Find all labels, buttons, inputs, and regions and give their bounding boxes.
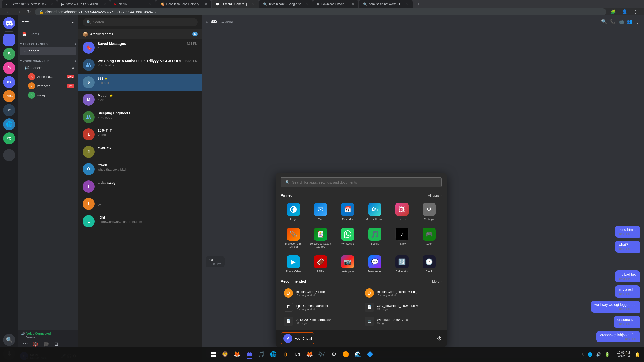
search-chat-icon[interactable]: 🔍: [601, 19, 607, 24]
taskbar-start-button[interactable]: [208, 349, 219, 360]
more-link[interactable]: More ›: [432, 280, 442, 283]
menu-button[interactable]: ⋮: [631, 8, 640, 16]
guild-rnmo[interactable]: rNMo: [3, 90, 15, 102]
user-profile-start[interactable]: V Veer Chetal: [281, 332, 314, 344]
tab-close-doordash[interactable]: ✕: [205, 2, 207, 6]
tab-discord[interactable]: 💬 Discord | General | ... ✕: [212, 0, 259, 8]
taskbar-discord[interactable]: [244, 349, 255, 360]
tab-steve[interactable]: ▶ SteveWillDolt's 5 Million ... ✕: [57, 0, 110, 8]
tray-network-icon[interactable]: 🌐: [587, 351, 594, 358]
voice-member-versaceg[interactable]: V versaceg... LIVE: [20, 81, 76, 90]
taskbar-metamask[interactable]: 🦊: [304, 349, 315, 360]
refresh-button[interactable]: ↻: [25, 8, 33, 16]
taskbar-edge[interactable]: 🌊: [352, 349, 364, 360]
members-icon[interactable]: 👥: [627, 19, 632, 24]
voice-member-anne[interactable]: A Anne Ha... LIVE: [20, 72, 76, 81]
taskbar-chrome[interactable]: 🌐: [268, 349, 279, 360]
address-bar[interactable]: 🔒 discord.com/channels/12730944262263275…: [35, 8, 606, 15]
rec-bitcoin-64[interactable]: ₿ Bitcoin Core (64-bit) Recently added: [281, 286, 361, 300]
extensions-button[interactable]: 🧩: [608, 8, 618, 16]
taskbar-waterfox[interactable]: 🦊: [232, 349, 243, 360]
guild-hash[interactable]: #C: [3, 132, 15, 144]
tab-close-discord[interactable]: ✕: [252, 2, 255, 6]
profile-button[interactable]: 👤: [620, 8, 629, 16]
notifications-icon[interactable]: 🔔: [634, 351, 641, 358]
chat-item-sleeping[interactable]: Sleeping Engineers ~_~: oops: [78, 108, 202, 126]
rec-epic[interactable]: E Epic Games Launcher Recently added: [281, 301, 361, 314]
all-apps-link[interactable]: All apps ›: [428, 194, 442, 197]
chat-item-sss[interactable]: $ $$$ ★ and shit: [78, 74, 202, 91]
guild-world[interactable]: 🌐: [3, 118, 15, 130]
tab-doordash[interactable]: 🍕 DoorDash Food Delivery ... ✕: [156, 0, 211, 8]
add-channel-button[interactable]: +: [75, 43, 76, 46]
tray-expand-icon[interactable]: ∧: [580, 351, 585, 358]
power-button[interactable]: ⏻: [437, 336, 442, 341]
pinned-app-whatsapp[interactable]: WhatsApp: [335, 225, 360, 251]
chat-item-saved[interactable]: 🔖 Saved Messages 4:31 PM a: [78, 39, 202, 56]
chat-item-meech[interactable]: M Meech ★ fuck u: [78, 91, 202, 108]
pinned-app-espn[interactable]: 🏈 ESPN: [308, 253, 333, 275]
add-voice-channel-button[interactable]: +: [75, 60, 76, 63]
pinned-app-tiktok[interactable]: ♪ TikTok: [389, 225, 415, 251]
voice-settings-icon[interactable]: ⚙: [72, 66, 74, 70]
taskbar-orange[interactable]: 🟠: [340, 349, 351, 360]
taskbar-app2[interactable]: 🔷: [365, 349, 376, 360]
chat-item-15[interactable]: 1 15% T_T Video: [78, 126, 202, 143]
voice-channels-category[interactable]: ▾ VOICE CHANNELS +: [18, 55, 78, 64]
taskbar-brave[interactable]: 🦁: [220, 349, 231, 360]
pinned-app-photos[interactable]: 🖼 Photos: [389, 200, 415, 223]
pinned-app-calendar[interactable]: 📅 Calendar: [335, 200, 360, 223]
pinned-app-edge[interactable]: Edge: [281, 200, 306, 223]
rec-vmx[interactable]: 💻 Windows 10 x64.vmx 1h ago: [362, 315, 442, 328]
taskbar-music[interactable]: 🎶: [316, 349, 327, 360]
forward-button[interactable]: →: [15, 8, 23, 16]
discover-servers-button[interactable]: 🔍: [3, 334, 15, 346]
pinned-app-prime[interactable]: ▶ Prime Video: [281, 253, 306, 275]
channel-general[interactable]: # general: [20, 47, 76, 55]
taskbar-spotify[interactable]: 🎵: [256, 349, 267, 360]
taskbar-clock[interactable]: 10:09 PM 10/24/2024: [615, 351, 630, 358]
taskbar-settings[interactable]: ⚙: [328, 349, 339, 360]
pinned-app-xbox[interactable]: 🎮 Xbox: [417, 225, 442, 251]
pinned-app-calculator[interactable]: 🔢 Calculator: [389, 253, 415, 275]
pinned-app-clock[interactable]: 🕐 Clock: [417, 253, 442, 275]
tab-close-steve[interactable]: ✕: [103, 2, 106, 6]
telegram-search[interactable]: 🔍 Search: [83, 18, 198, 26]
rec-csv-dl[interactable]: 📄 CSV_download_190624.csv 13m ago: [362, 301, 442, 314]
tab-close-sam[interactable]: ✕: [406, 2, 409, 6]
more-icon[interactable]: ⋮: [635, 19, 640, 24]
pinned-app-mail[interactable]: ✉ Mail: [308, 200, 333, 223]
chat-item-group[interactable]: We Going For A Mutha Fukin Trillyyy NIGG…: [78, 56, 202, 74]
guild-0s[interactable]: 0s: [3, 76, 15, 88]
pinned-app-m365[interactable]: 📎 Microsoft 365 (Office): [281, 225, 306, 251]
pinned-app-instagram[interactable]: 📷 Instagram: [335, 253, 360, 275]
events-item[interactable]: 📅 Events: [18, 30, 78, 38]
pinned-app-store[interactable]: 🛍 Microsoft Store: [362, 200, 387, 223]
tab-netflix[interactable]: N Netflix ✕: [110, 0, 156, 8]
call-icon[interactable]: 📞: [610, 19, 615, 24]
tab-close-ferrari[interactable]: ✕: [50, 2, 53, 6]
tab-bitcoin-dl[interactable]: ₿ Download Bitcoin ... ✕: [313, 0, 358, 8]
rec-bitcoin-testnet[interactable]: ₿ Bitcoin Core (testnet, 64-bit) Recentl…: [362, 286, 442, 300]
video-icon[interactable]: 📹: [618, 19, 624, 24]
chat-item-light[interactable]: L light andrew.brown@btinternet.com: [78, 213, 202, 230]
tray-volume-icon[interactable]: 🔊: [595, 351, 602, 358]
guild-fs[interactable]: fs: [3, 62, 15, 74]
guild-ks[interactable]: [3, 34, 15, 46]
guild-crc[interactable]: #C: [3, 104, 15, 116]
voice-member-swag[interactable]: S swag: [20, 91, 76, 100]
text-channels-category[interactable]: ▾ TEXT CHANNELS +: [18, 38, 78, 47]
tab-close-bitcoin-search[interactable]: ✕: [306, 2, 309, 6]
pinned-app-solitaire[interactable]: 🃏 Solitaire & Casual Games: [308, 225, 333, 251]
rec-csv-users[interactable]: 📄 2013-2015 cb users.csv 38m ago: [281, 315, 361, 328]
chat-item-crc[interactable]: # #C#R#C: [78, 143, 202, 161]
add-server-button[interactable]: +: [3, 149, 15, 161]
pinned-app-spotify[interactable]: 🎵 Spotify: [362, 225, 387, 251]
back-button[interactable]: ←: [4, 8, 13, 16]
voice-channel-general[interactable]: 🔊 General ⚙: [20, 64, 76, 72]
discord-home-button[interactable]: [3, 17, 15, 29]
chat-item-aids[interactable]: I aids: swag: [78, 178, 202, 195]
start-search-input[interactable]: [292, 180, 437, 184]
tab-bitcoin-search[interactable]: 🔍 bitcoin core - Google Se... ✕: [259, 0, 313, 8]
sidebar-server-name[interactable]: ~~~ ⌄: [18, 15, 78, 28]
